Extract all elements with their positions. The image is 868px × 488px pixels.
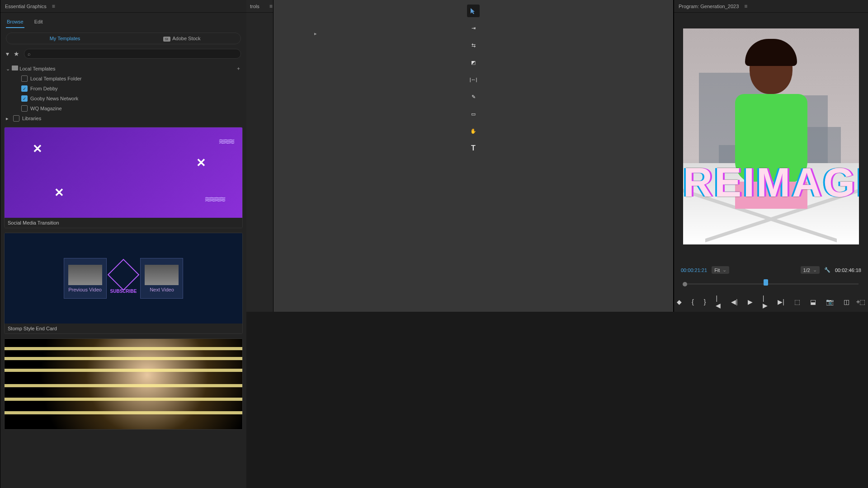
program-scrubber[interactable]	[681, 279, 861, 289]
template-thumb[interactable]: Previous Video SUBSCRIBE Next Video Stom…	[4, 233, 243, 334]
checkbox[interactable]: ✓	[21, 95, 28, 102]
razor-tool[interactable]: ◩	[467, 56, 480, 69]
thumb-label: Stomp Style End Card	[5, 324, 242, 333]
template-thumb[interactable]	[4, 338, 243, 430]
hand-tool[interactable]: ✋	[467, 125, 480, 137]
panel-menu-icon[interactable]: ≡	[50, 3, 57, 9]
tree-item[interactable]: Local Templates Folder	[6, 74, 241, 84]
play-button[interactable]: ▶	[748, 298, 753, 305]
step-fwd-button[interactable]: |▶	[763, 295, 768, 309]
track-select-tool[interactable]: ⇥	[467, 22, 480, 34]
template-search-input[interactable]	[24, 49, 241, 59]
comparison-button[interactable]: ◫	[844, 298, 849, 305]
transport-bar: ◆ { } |◀ ◀| ▶ |▶ ▶| ⬚ ⬓ 📷 ◫ ⬚ ＋	[674, 292, 868, 312]
checkbox[interactable]	[13, 115, 19, 122]
eg-tab-edit[interactable]: Edit	[33, 16, 44, 28]
template-thumb[interactable]: ✕✕✕≋≋≋≋≋≋≋ Social Media Transition	[4, 127, 243, 228]
eg-source-toggle: My Templates Adobe Stock	[6, 33, 241, 44]
lift-button[interactable]: ⬚	[794, 298, 800, 305]
extract-button[interactable]: ⬓	[810, 298, 816, 305]
slip-tool[interactable]: |↔|	[467, 73, 480, 86]
rectangle-tool[interactable]: ▭	[467, 108, 480, 120]
ripple-tool[interactable]: ⇆	[467, 39, 480, 52]
tree-item[interactable]: ✓Gooby News Network	[6, 94, 241, 103]
export-frame-button[interactable]: 📷	[826, 298, 834, 305]
tool-strip: ⇥ ⇆ ◩ |↔| ✎ ▭ ✋ T	[274, 0, 674, 312]
settings-icon[interactable]: 🔧	[824, 267, 830, 273]
eg-title: Essential Graphics	[5, 4, 47, 9]
timecode-current[interactable]: 00:00:21:21	[681, 267, 707, 273]
resolution-select[interactable]: 1/2⌄	[801, 266, 820, 274]
tree-item[interactable]: ✓From Debby	[6, 84, 241, 94]
timecode-duration: 00:02:46:18	[835, 267, 861, 273]
tree-libraries[interactable]: ▸ Libraries	[6, 113, 241, 123]
favorites-icon[interactable]: ★	[14, 50, 19, 57]
eg-my-templates[interactable]: My Templates	[6, 33, 123, 44]
pen-tool[interactable]: ✎	[467, 90, 480, 103]
thumb-label: Social Media Transition	[5, 218, 242, 228]
checkbox[interactable]: ✓	[21, 85, 28, 92]
scrub-playhead[interactable]	[764, 279, 768, 286]
source-tabs: trols ≡ Text Audio Clip Mixer: Generatio…	[246, 0, 273, 13]
expand-icon[interactable]: ▸	[314, 31, 317, 37]
scrub-start[interactable]	[683, 282, 687, 286]
checkbox[interactable]	[21, 75, 28, 82]
type-tool[interactable]: T	[467, 142, 480, 155]
source-body: ▸	[246, 13, 273, 312]
search-icon: ⌕	[28, 51, 31, 56]
title-overlay: REIMAGINE	[683, 160, 859, 206]
template-tree: ⌄ Local Templates ＋ Local Templates Fold…	[0, 63, 246, 123]
program-panel: Program: Generation_2023 ≡ REIMAGINE ↖ 0…	[674, 0, 868, 312]
folder-icon	[12, 66, 18, 70]
button-editor-button[interactable]: ＋	[855, 298, 861, 306]
step-back-button[interactable]: ◀|	[731, 298, 738, 305]
tab-controls[interactable]: trols	[250, 4, 259, 9]
template-thumbnails: ✕✕✕≋≋≋≋≋≋≋ Social Media Transition Previ…	[0, 123, 246, 488]
program-header: Program: Generation_2023 ≡	[674, 0, 868, 13]
tree-local-templates[interactable]: ⌄ Local Templates ＋	[6, 63, 241, 74]
essential-graphics-panel: Essential Graphics ≡ Browse Edit My Temp…	[0, 0, 246, 488]
add-folder-button[interactable]: ＋	[236, 65, 241, 72]
program-info-bar: 00:00:21:21 Fit⌄ 1/2⌄ 🔧 00:02:46:18	[674, 263, 868, 277]
program-title: Program: Generation_2023	[679, 4, 739, 9]
filter-icon[interactable]: ▾	[6, 50, 9, 57]
eg-adobe-stock[interactable]: Adobe Stock	[123, 33, 241, 44]
source-panel: trols ≡ Text Audio Clip Mixer: Generatio…	[246, 0, 274, 312]
selection-tool[interactable]	[467, 5, 480, 17]
eg-tab-browse[interactable]: Browse	[6, 16, 24, 28]
tree-item[interactable]: WQ Magazine	[6, 103, 241, 113]
mark-out-button[interactable]: }	[704, 298, 706, 305]
go-to-in-button[interactable]: |◀	[716, 295, 721, 309]
program-monitor[interactable]: REIMAGINE ↖	[683, 28, 859, 244]
go-to-out-button[interactable]: ▶|	[778, 298, 784, 305]
checkbox[interactable]	[21, 105, 28, 112]
mark-in-button[interactable]: {	[692, 298, 694, 305]
panel-menu-icon[interactable]: ≡	[742, 3, 749, 9]
add-marker-button[interactable]: ◆	[677, 298, 682, 305]
zoom-select[interactable]: Fit⌄	[712, 266, 729, 274]
